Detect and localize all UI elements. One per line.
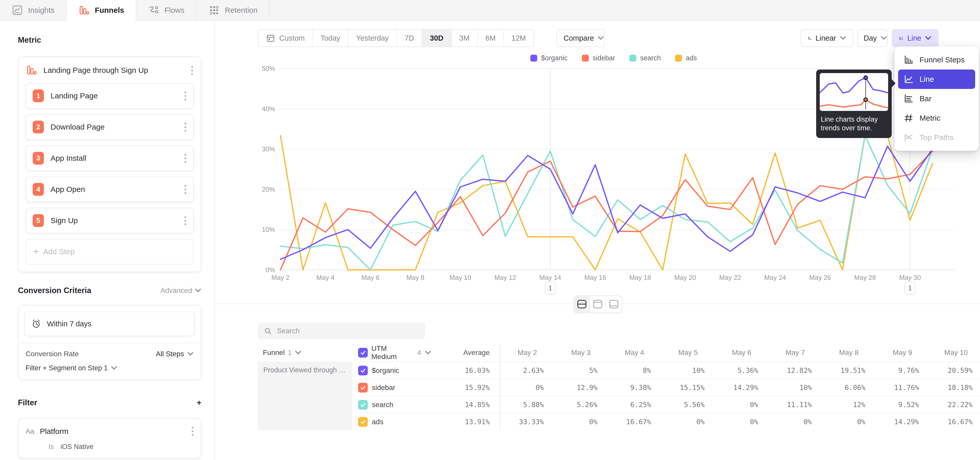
advanced-dropdown[interactable]: Advanced	[160, 286, 201, 295]
funnel-column-header[interactable]: Funnel 1	[258, 344, 358, 362]
svg-text:50%: 50%	[262, 65, 275, 72]
table-cell-value: 9.52%	[876, 396, 929, 413]
funnel-title[interactable]: Landing Page through Sign Up	[43, 66, 185, 75]
average-column-header[interactable]: Average	[431, 344, 501, 362]
range-custom[interactable]: Custom	[258, 30, 313, 46]
step-label: Download Page	[51, 123, 177, 131]
chart-type-button[interactable]: Line	[892, 29, 939, 47]
series-checkbox[interactable]	[358, 400, 368, 410]
funnel-metric-icon	[26, 65, 37, 76]
kebab-menu-icon[interactable]	[184, 121, 186, 133]
date-column-header[interactable]: May 6	[715, 344, 768, 362]
series-checkbox[interactable]	[358, 417, 368, 427]
conversion-window-button[interactable]: Within 7 days	[24, 311, 195, 336]
table-cell-value: 0%	[661, 413, 715, 430]
breakdown-table: Funnel 1 UTM Medium 4 Average May 2May 3…	[258, 344, 980, 430]
funnel-cell[interactable]: Product Viewed through P...	[258, 362, 352, 430]
range-label: Custom	[279, 34, 305, 42]
step-number-badge: 1	[33, 89, 44, 102]
legend-swatch	[675, 55, 682, 62]
tab-funnels[interactable]: Funnels	[67, 0, 136, 21]
axis-scale-button[interactable]: Linear	[800, 29, 853, 47]
filter-value[interactable]: iOS Native	[60, 443, 94, 451]
filter-segment-dropdown[interactable]: Filter + Segment on Step 1	[24, 364, 195, 373]
legend-item-search[interactable]: search	[629, 54, 661, 62]
menu-item-funnel-steps[interactable]: Funnel Steps	[898, 50, 975, 70]
kebab-menu-icon[interactable]	[191, 65, 193, 76]
series-checkbox[interactable]	[358, 383, 368, 393]
table-cell-value: 10%	[768, 379, 822, 396]
compare-button[interactable]: Compare	[556, 29, 605, 47]
kebab-menu-icon[interactable]	[184, 215, 186, 226]
svg-text:May 24: May 24	[764, 274, 786, 281]
retention-icon	[208, 5, 220, 16]
series-checkbox[interactable]	[358, 366, 368, 375]
tab-retention[interactable]: Retention	[197, 0, 270, 20]
legend-item-ads[interactable]: ads	[675, 54, 697, 62]
conversion-rate-dropdown[interactable]: All Steps	[156, 350, 194, 358]
table-cell-value: 16.67%	[608, 413, 661, 430]
funnel-step-2[interactable]: 2 Download Page	[25, 114, 194, 140]
tab-flows[interactable]: Flows	[136, 0, 197, 20]
add-filter-button[interactable]: +	[197, 398, 201, 407]
legend-item-organic[interactable]: $organic	[530, 54, 568, 62]
funnel-step-5[interactable]: 5 Sign Up	[25, 208, 194, 233]
granularity-button[interactable]: Day	[858, 29, 888, 47]
kebab-menu-icon[interactable]	[191, 426, 194, 437]
table-cell-value: 5.36%	[715, 362, 768, 379]
search-input[interactable]	[277, 327, 419, 335]
menu-item-metric[interactable]: Metric	[898, 109, 975, 128]
table-search[interactable]	[258, 323, 425, 339]
date-column-header[interactable]: May 4	[608, 344, 661, 362]
date-column-header[interactable]: May 10	[929, 344, 980, 362]
top-tab-bar: Insights Funnels Flows Retention	[0, 0, 980, 21]
date-column-header[interactable]: May 9	[876, 344, 929, 362]
annotation-badge[interactable]: 1	[545, 282, 555, 294]
range-30d[interactable]: 30D	[422, 30, 452, 46]
breakdown-column-header[interactable]: UTM Medium 4	[358, 344, 431, 362]
svg-text:May 2: May 2	[272, 274, 290, 281]
tab-insights[interactable]: Insights	[0, 0, 67, 20]
funnels-analytics-app: { "tabs": { "insights": "Insights", "fun…	[0, 0, 980, 460]
table-cell-value: 18.18%	[929, 379, 980, 396]
kebab-menu-icon[interactable]	[184, 91, 186, 101]
date-column-header[interactable]: May 8	[822, 344, 876, 362]
split-view-button[interactable]	[574, 296, 590, 312]
table-row: $organic16.03%2.63%5%8%10%5.36%12.82%19.…	[258, 362, 980, 379]
select-all-checkbox[interactable]	[358, 348, 368, 358]
date-column-header[interactable]: May 3	[554, 344, 608, 362]
funnel-step-4[interactable]: 4 App Open	[25, 177, 194, 202]
advanced-label: Advanced	[160, 286, 192, 295]
chart-focus-view-button[interactable]	[590, 296, 606, 312]
step-label: Landing Page	[51, 91, 177, 100]
table-focus-view-button[interactable]	[606, 296, 622, 312]
menu-item-line[interactable]: Line	[898, 70, 975, 89]
table-cell-value: 6.25%	[608, 396, 661, 413]
kebab-menu-icon[interactable]	[184, 153, 186, 164]
range-today[interactable]: Today	[313, 30, 348, 46]
legend-item-sidebar[interactable]: sidebar	[582, 54, 615, 62]
date-column-header[interactable]: May 7	[768, 344, 822, 362]
filter-property[interactable]: Platform	[40, 427, 186, 436]
range-12m[interactable]: 12M	[504, 30, 533, 46]
range-3m[interactable]: 3M	[452, 30, 478, 46]
date-range-control: Custom Today Yesterday 7D 30D 3M 6M 12M	[258, 29, 534, 47]
chevron-down-icon	[195, 288, 201, 293]
menu-item-bar[interactable]: Bar	[898, 89, 975, 109]
svg-text:May 12: May 12	[494, 274, 516, 281]
range-yesterday[interactable]: Yesterday	[348, 30, 397, 46]
range-7d[interactable]: 7D	[397, 30, 422, 46]
kebab-menu-icon[interactable]	[184, 184, 186, 195]
table-cell-value: 9.76%	[876, 362, 929, 379]
svg-text:May 26: May 26	[809, 274, 831, 281]
date-column-header[interactable]: May 2	[501, 344, 554, 362]
add-step-button[interactable]: + Add Step	[25, 239, 194, 265]
funnel-step-1[interactable]: 1 Landing Page	[25, 83, 194, 109]
annotation-badge[interactable]: 1	[905, 282, 915, 294]
table-row: sidebar15.92%0%12.9%9.38%15.15%14.29%10%…	[258, 379, 980, 396]
funnel-step-3[interactable]: 3 App Install	[25, 145, 194, 171]
filter-operator[interactable]: Is	[48, 443, 54, 451]
series-name: sidebar	[372, 383, 395, 392]
range-6m[interactable]: 6M	[478, 30, 504, 46]
date-column-header[interactable]: May 5	[661, 344, 715, 362]
